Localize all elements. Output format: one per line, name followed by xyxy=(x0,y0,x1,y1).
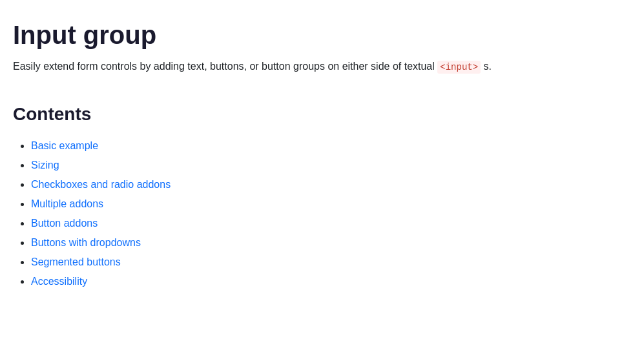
page-title: Input group xyxy=(13,19,631,50)
list-item: Basic example xyxy=(31,138,631,154)
description-text-after: s. xyxy=(481,61,492,72)
contents-link[interactable]: Accessibility xyxy=(31,276,87,287)
contents-heading: Contents xyxy=(13,101,631,128)
page-description: Easily extend form controls by adding te… xyxy=(13,58,631,75)
list-item: Checkboxes and radio addons xyxy=(31,177,631,192)
list-item: Segmented buttons xyxy=(31,254,631,270)
contents-link[interactable]: Button addons xyxy=(31,218,98,229)
contents-link[interactable]: Basic example xyxy=(31,140,98,151)
list-item: Buttons with dropdowns xyxy=(31,235,631,251)
list-item: Multiple addons xyxy=(31,196,631,212)
contents-link[interactable]: Buttons with dropdowns xyxy=(31,237,141,248)
contents-link[interactable]: Checkboxes and radio addons xyxy=(31,179,171,190)
list-item: Button addons xyxy=(31,216,631,231)
description-text-before: Easily extend form controls by adding te… xyxy=(13,61,435,72)
contents-link[interactable]: Multiple addons xyxy=(31,198,103,209)
contents-section: Contents Basic exampleSizingCheckboxes a… xyxy=(13,101,631,289)
contents-link[interactable]: Sizing xyxy=(31,160,59,171)
contents-list: Basic exampleSizingCheckboxes and radio … xyxy=(13,138,631,289)
list-item: Accessibility xyxy=(31,274,631,289)
list-item: Sizing xyxy=(31,158,631,173)
contents-link[interactable]: Segmented buttons xyxy=(31,256,121,267)
inline-code-input: <input> xyxy=(437,61,481,74)
